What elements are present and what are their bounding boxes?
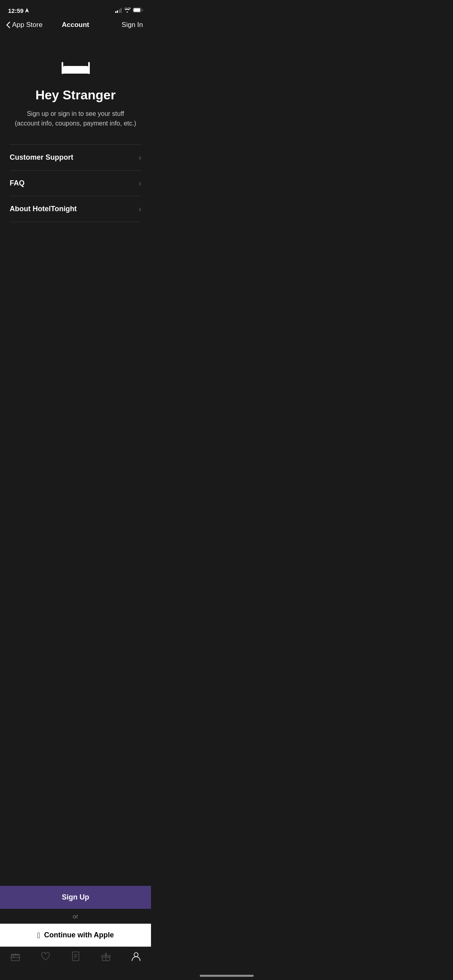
hotel-icon — [60, 58, 92, 80]
chevron-right-icon: › — [139, 179, 141, 188]
chevron-right-icon: › — [139, 153, 141, 162]
about-label: About HotelTonight — [10, 205, 77, 213]
back-button[interactable]: App Store — [6, 21, 43, 29]
svg-rect-5 — [63, 66, 88, 73]
customer-support-item[interactable]: Customer Support › — [10, 145, 141, 171]
greeting-heading: Hey Stranger — [35, 88, 116, 103]
nav-title: Account — [62, 21, 89, 29]
back-label: App Store — [12, 21, 43, 29]
status-bar: 12:59 — [0, 0, 151, 18]
wifi-icon — [124, 7, 130, 14]
back-chevron-icon — [6, 22, 10, 28]
chevron-right-icon: › — [139, 204, 141, 214]
subtitle-text: Sign up or sign in to see your stuff (ac… — [10, 109, 141, 128]
signal-icon — [115, 8, 122, 13]
battery-icon — [133, 7, 143, 14]
location-icon — [25, 8, 29, 13]
sign-in-button[interactable]: Sign In — [122, 21, 143, 29]
customer-support-label: Customer Support — [10, 153, 73, 162]
nav-bar: App Store Account Sign In — [0, 18, 151, 34]
status-icons — [115, 7, 143, 14]
svg-rect-1 — [134, 8, 141, 12]
main-content: Hey Stranger Sign up or sign in to see y… — [0, 34, 151, 222]
time-label: 12:59 — [8, 7, 23, 14]
faq-item[interactable]: FAQ › — [10, 171, 141, 196]
faq-label: FAQ — [10, 179, 25, 187]
menu-section: Customer Support › FAQ › About HotelToni… — [10, 144, 141, 222]
about-item[interactable]: About HotelTonight › — [10, 196, 141, 222]
status-time: 12:59 — [8, 7, 29, 14]
